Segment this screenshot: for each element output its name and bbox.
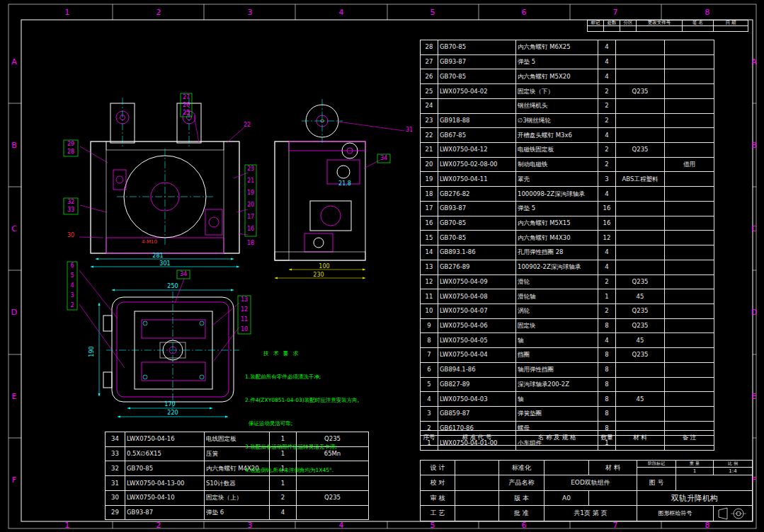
cell-material: 45 <box>616 333 665 348</box>
cell-name: 滑轮轴 <box>516 289 598 304</box>
cell-material: Q235 <box>616 348 665 363</box>
cell-note <box>665 348 714 363</box>
revision-cell-empty <box>587 25 604 32</box>
cell-code: GB893.1-86 <box>438 245 516 260</box>
balloon-callout: 27 <box>183 95 190 100</box>
bom-table: 28GB70-85内六角螺钉 M6X25427GB93-87弹垫 5426GB7… <box>420 40 714 451</box>
zone-label-bottom: 3 <box>248 521 253 530</box>
cell-note <box>665 362 714 377</box>
cell-material: 45 <box>616 392 665 407</box>
cell-no: 15 <box>421 231 438 245</box>
zone-label-top: 3 <box>248 8 253 17</box>
table-row: 6GB894.1-86轴用弹性挡圈8 <box>421 362 714 377</box>
cell-material <box>616 40 665 55</box>
cell-no: 32 <box>106 461 125 476</box>
bom-header-cell: 序号 <box>421 431 438 446</box>
cell-code: GB894.1-86 <box>438 362 516 377</box>
zone-label-right: D <box>751 308 757 317</box>
titleblock-version-value: A0 <box>544 490 589 506</box>
cell-note <box>665 274 714 289</box>
cell-code: LWX0750-04-16 <box>125 432 205 447</box>
bom-header-cell: 备 注 <box>665 431 714 446</box>
cell-qty: 8 <box>598 377 616 392</box>
balloon-callout: 2 <box>70 303 74 308</box>
cell-note <box>665 143 714 158</box>
cell-material <box>616 157 665 172</box>
bom-header: 序号 标 准 代 号 名 称 及 规 格 数量 材 料 备 注 <box>421 431 714 446</box>
cell-qty: 8 <box>598 362 616 377</box>
zone-label-top: 7 <box>613 8 618 17</box>
cell-qty: 4 <box>598 333 616 348</box>
table-row: 4LWX0750-04-03轴845 <box>421 392 714 407</box>
zone-label-top: 6 <box>522 8 527 17</box>
cell-material <box>616 187 665 202</box>
titleblock-product-label: 产品名称 <box>498 475 545 491</box>
cell-name: 挡圈 <box>516 348 598 363</box>
titleblock-version-label: 版 本 <box>498 490 545 506</box>
cell-name: 弹簧垫圈 <box>516 406 598 421</box>
cell-note <box>665 318 714 333</box>
revision-cell-empty <box>682 25 714 32</box>
table-row: 27GB93-87弹垫 54 <box>421 54 714 69</box>
titleblock-design-value <box>455 460 499 475</box>
balloon-callout: 16 <box>247 226 254 232</box>
zone-label-left: B <box>11 141 17 150</box>
revision-cell-empty <box>603 25 620 32</box>
revision-cell-empty <box>713 25 748 32</box>
cell-note <box>665 231 714 245</box>
drawing-sheet: 281 301 4-M10 21.8 1 <box>0 0 764 532</box>
cell-material <box>616 54 665 69</box>
zone-label-top: 5 <box>431 8 435 17</box>
titleblock-check-label: 校 对 <box>420 475 455 491</box>
cell-no: 21 <box>421 143 438 158</box>
balloon-callout: 18 <box>247 241 254 246</box>
balloon-callout: 5 <box>70 273 74 279</box>
cell-code: LWX0750-04-12 <box>438 143 516 158</box>
titleblock-drawingno-value <box>675 475 753 491</box>
hole-callout: 4-M10 <box>142 239 157 245</box>
table-row: 16GB70-85内六角螺钉 M5X1516 <box>421 216 714 231</box>
table-row: 7LWX0750-04-04挡圈8Q235 <box>421 348 714 363</box>
cell-no: 8 <box>421 333 438 348</box>
titleblock-fig-label: 图形框绘符号 <box>637 505 714 521</box>
cell-code: LWX0750-04-07 <box>438 303 516 318</box>
balloon-callout: 3 <box>70 293 74 299</box>
cell-qty: 4 <box>598 54 616 69</box>
cell-material <box>616 128 665 143</box>
balloon-callout: 6 <box>70 263 74 269</box>
zone-label-left: F <box>12 475 16 485</box>
cell-name: 固定块（下） <box>516 84 598 99</box>
cell-code: LWX0750-04-06 <box>438 318 516 333</box>
titleblock-drawingno-label: 图 号 <box>637 475 676 491</box>
dimension-value: 170 <box>164 401 175 407</box>
titleblock-approve-label: 批 准 <box>498 505 545 521</box>
cell-material <box>297 505 369 520</box>
technical-note-line: 保证运动灵活可靠; <box>245 420 422 427</box>
table-row: 23GB918-88∅3钢丝绳轮2 <box>421 113 714 128</box>
table-row: 18GB276-821000098-2Z深沟球轴承4 <box>421 187 714 202</box>
cell-name: 100902-2Z深沟球轴承 <box>516 260 598 274</box>
cell-code <box>438 98 516 113</box>
cell-qty: 4 <box>598 128 616 143</box>
cell-code: GB276-82 <box>438 187 516 202</box>
titleblock-process-value <box>455 505 499 521</box>
cell-no: 11 <box>421 289 438 304</box>
cell-no: 24 <box>421 98 438 113</box>
cell-material: Q235 <box>297 490 369 505</box>
cell-name: 内六角螺钉 M5X15 <box>516 216 598 231</box>
cell-name: 固定块（上） <box>205 490 270 505</box>
table-row: 19LWX0750-04-11罩壳3ABS工程塑料 <box>421 172 714 187</box>
cell-no: 34 <box>106 432 125 447</box>
cell-qty: 2 <box>598 98 616 113</box>
cell-code: GB827-89 <box>438 377 516 392</box>
balloon-callout: 32 <box>67 200 74 205</box>
revision-empty-row <box>588 26 753 32</box>
titleblock-drawing-title: 双轨升降机构 <box>637 490 753 506</box>
side-view: 21.8 100 230 <box>275 99 365 278</box>
cell-material <box>616 260 665 274</box>
zone-label-bottom: 1 <box>65 521 70 530</box>
table-row: 25LWX0750-04-02固定块（下）2Q235 <box>421 84 714 99</box>
zone-label-left: D <box>11 308 17 317</box>
table-row: 13GB276-89100902-2Z深沟球轴承4 <box>421 260 714 274</box>
zone-label-left: E <box>12 392 17 401</box>
